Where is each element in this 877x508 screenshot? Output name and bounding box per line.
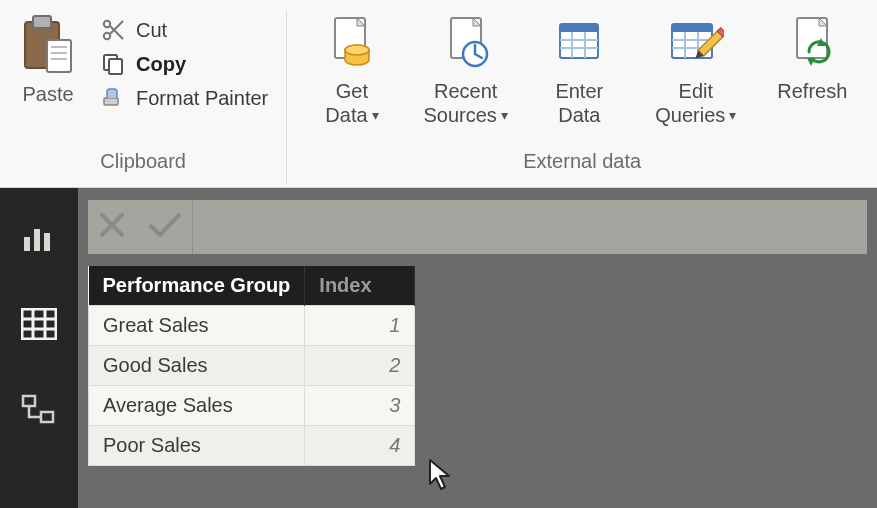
cell-index[interactable]: 2 bbox=[305, 346, 415, 386]
formula-controls bbox=[88, 200, 192, 254]
svg-rect-11 bbox=[109, 59, 122, 74]
copy-label: Copy bbox=[136, 53, 186, 76]
svg-rect-27 bbox=[672, 24, 712, 32]
svg-point-6 bbox=[104, 33, 110, 39]
clipboard-stack: Cut Copy bbox=[92, 10, 276, 112]
cell-group[interactable]: Poor Sales bbox=[89, 426, 305, 466]
recent-sources-label-2: Sources bbox=[423, 104, 496, 126]
table-row[interactable]: Poor Sales 4 bbox=[89, 426, 415, 466]
recent-sources-label-1: Recent bbox=[434, 80, 497, 102]
formula-commit-button[interactable] bbox=[148, 211, 182, 244]
cell-index[interactable]: 1 bbox=[305, 306, 415, 346]
svg-rect-12 bbox=[104, 98, 118, 105]
column-header-index[interactable]: Index bbox=[305, 266, 415, 306]
copy-icon bbox=[100, 52, 126, 76]
svg-rect-5 bbox=[51, 58, 67, 60]
svg-rect-21 bbox=[560, 24, 598, 32]
svg-rect-38 bbox=[24, 237, 30, 251]
paste-button[interactable]: Paste bbox=[10, 10, 86, 106]
chevron-down-icon: ▾ bbox=[372, 107, 379, 123]
svg-rect-3 bbox=[51, 46, 67, 48]
refresh-button[interactable]: Refresh bbox=[765, 10, 860, 103]
get-data-label-2: Data bbox=[325, 104, 367, 126]
table-header-row: Performance Group Index bbox=[89, 266, 415, 306]
paste-label: Paste bbox=[22, 83, 73, 106]
edit-queries-label-1: Edit bbox=[679, 80, 713, 102]
copy-button[interactable]: Copy bbox=[92, 50, 276, 78]
cut-button[interactable]: Cut bbox=[92, 16, 276, 44]
edit-queries-button[interactable]: Edit Queries▾ bbox=[641, 10, 751, 127]
get-data-icon bbox=[327, 14, 377, 77]
cell-group[interactable]: Great Sales bbox=[89, 306, 305, 346]
format-painter-label: Format Painter bbox=[136, 87, 268, 110]
enter-data-label-1: Enter bbox=[555, 80, 603, 102]
svg-rect-47 bbox=[41, 412, 53, 422]
get-data-label-1: Get bbox=[336, 80, 368, 102]
svg-point-15 bbox=[345, 45, 369, 55]
clipboard-group-label: Clipboard bbox=[100, 150, 186, 179]
ribbon: Paste Cut bbox=[0, 0, 877, 188]
edit-queries-label-2: Queries bbox=[655, 104, 725, 126]
refresh-label: Refresh bbox=[777, 79, 847, 103]
cell-group[interactable]: Average Sales bbox=[89, 386, 305, 426]
cut-label: Cut bbox=[136, 19, 167, 42]
table-row[interactable]: Good Sales 2 bbox=[89, 346, 415, 386]
svg-rect-39 bbox=[34, 229, 40, 251]
svg-rect-46 bbox=[23, 396, 35, 406]
formula-bar bbox=[78, 188, 877, 266]
svg-rect-40 bbox=[44, 233, 50, 251]
report-view-button[interactable] bbox=[19, 218, 59, 258]
recent-sources-icon bbox=[441, 14, 491, 77]
data-canvas: Performance Group Index Great Sales 1 Go… bbox=[78, 266, 877, 508]
refresh-icon bbox=[787, 14, 837, 77]
svg-point-7 bbox=[104, 21, 110, 27]
format-painter-icon bbox=[100, 86, 126, 110]
cell-group[interactable]: Good Sales bbox=[89, 346, 305, 386]
table-row[interactable]: Great Sales 1 bbox=[89, 306, 415, 346]
recent-sources-button[interactable]: Recent Sources▾ bbox=[413, 10, 517, 127]
model-view-button[interactable] bbox=[19, 390, 59, 430]
enter-data-icon bbox=[554, 14, 604, 77]
scissors-icon bbox=[100, 18, 126, 42]
data-table[interactable]: Performance Group Index Great Sales 1 Go… bbox=[88, 266, 415, 466]
ribbon-group-clipboard: Paste Cut bbox=[0, 10, 287, 185]
svg-rect-4 bbox=[51, 52, 67, 54]
paste-icon bbox=[21, 14, 75, 81]
svg-rect-2 bbox=[47, 40, 71, 72]
svg-rect-41 bbox=[22, 309, 56, 339]
external-data-group-label: External data bbox=[523, 150, 641, 179]
formula-cancel-button[interactable] bbox=[98, 211, 126, 244]
enter-data-label-2: Data bbox=[558, 104, 600, 126]
ribbon-group-external-data: Get Data▾ Recent Sources▾ bbox=[287, 10, 877, 185]
svg-rect-1 bbox=[33, 16, 51, 28]
chevron-down-icon: ▾ bbox=[729, 107, 736, 123]
edit-queries-icon bbox=[668, 14, 724, 77]
get-data-button[interactable]: Get Data▾ bbox=[304, 10, 399, 127]
table-row[interactable]: Average Sales 3 bbox=[89, 386, 415, 426]
formula-input[interactable] bbox=[192, 200, 867, 254]
format-painter-button[interactable]: Format Painter bbox=[92, 84, 276, 112]
view-navigation bbox=[0, 188, 78, 508]
enter-data-button[interactable]: Enter Data bbox=[532, 10, 627, 127]
data-view-button[interactable] bbox=[19, 304, 59, 344]
cell-index[interactable]: 3 bbox=[305, 386, 415, 426]
chevron-down-icon: ▾ bbox=[501, 107, 508, 123]
cell-index[interactable]: 4 bbox=[305, 426, 415, 466]
column-header-performance-group[interactable]: Performance Group bbox=[89, 266, 305, 306]
